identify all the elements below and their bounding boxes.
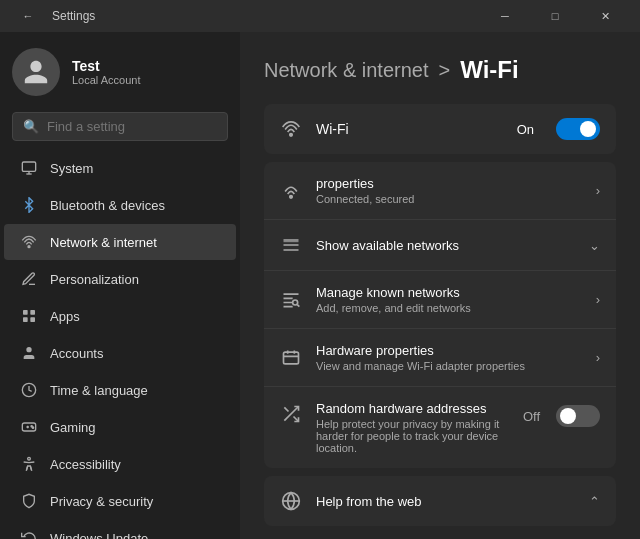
wifi-properties-sub: Connected, secured bbox=[316, 193, 582, 205]
sidebar-item-windows-update[interactable]: Windows Update bbox=[4, 520, 236, 539]
network-icon bbox=[20, 233, 38, 251]
apps-icon bbox=[20, 307, 38, 325]
breadcrumb-separator: > bbox=[439, 59, 451, 82]
sidebar-item-accounts[interactable]: Accounts bbox=[4, 335, 236, 371]
help-label: Help from the web bbox=[316, 494, 422, 509]
show-networks-right: ⌄ bbox=[589, 238, 600, 253]
sidebar-item-accessibility[interactable]: Accessibility bbox=[4, 446, 236, 482]
search-box[interactable]: 🔍 bbox=[12, 112, 228, 141]
chevron-right-icon-3: › bbox=[596, 350, 600, 365]
show-networks-item[interactable]: Show available networks ⌄ bbox=[264, 220, 616, 271]
sidebar-item-personalization[interactable]: Personalization bbox=[4, 261, 236, 297]
maximize-button[interactable]: □ bbox=[532, 0, 578, 32]
svg-rect-6 bbox=[23, 317, 28, 322]
search-input[interactable] bbox=[47, 119, 217, 134]
random-hardware-item[interactable]: Random hardware addresses Help protect y… bbox=[264, 387, 616, 468]
sidebar-item-system-label: System bbox=[50, 161, 93, 176]
minimize-button[interactable]: ─ bbox=[482, 0, 528, 32]
wifi-status: On bbox=[517, 122, 534, 137]
time-icon bbox=[20, 381, 38, 399]
svg-rect-7 bbox=[30, 317, 35, 322]
wifi-toggle-row[interactable]: Wi-Fi On bbox=[264, 104, 616, 154]
svg-point-14 bbox=[32, 427, 33, 428]
hardware-properties-item[interactable]: Hardware properties View and manage Wi-F… bbox=[264, 329, 616, 387]
svg-point-8 bbox=[26, 347, 31, 352]
wifi-toggle[interactable] bbox=[556, 118, 600, 140]
show-networks-title: Show available networks bbox=[316, 238, 575, 253]
sidebar-item-accessibility-label: Accessibility bbox=[50, 457, 121, 472]
bluetooth-icon bbox=[20, 196, 38, 214]
user-type: Local Account bbox=[72, 74, 141, 86]
wifi-label: Wi-Fi bbox=[316, 121, 503, 137]
sidebar-item-apps[interactable]: Apps bbox=[4, 298, 236, 334]
sidebar-item-update-label: Windows Update bbox=[50, 531, 148, 540]
user-profile[interactable]: Test Local Account bbox=[0, 32, 240, 108]
manage-networks-right: › bbox=[596, 292, 600, 307]
help-chevron-icon: ⌃ bbox=[589, 494, 600, 509]
search-icon: 🔍 bbox=[23, 119, 39, 134]
show-networks-text: Show available networks bbox=[316, 238, 575, 253]
back-button[interactable]: ← bbox=[12, 0, 44, 32]
update-icon bbox=[20, 529, 38, 539]
titlebar-left: ← Settings bbox=[12, 0, 95, 32]
svg-point-3 bbox=[28, 246, 30, 248]
chevron-right-icon-2: › bbox=[596, 292, 600, 307]
manage-networks-text: Manage known networks Add, remove, and e… bbox=[316, 285, 582, 314]
svg-point-15 bbox=[28, 457, 31, 460]
titlebar-controls: ─ □ ✕ bbox=[482, 0, 628, 32]
sidebar-item-network[interactable]: Network & internet bbox=[4, 224, 236, 260]
sidebar-item-privacy[interactable]: Privacy & security bbox=[4, 483, 236, 519]
sidebar-item-system[interactable]: System bbox=[4, 150, 236, 186]
svg-point-17 bbox=[290, 195, 293, 198]
sidebar-item-gaming[interactable]: Gaming bbox=[4, 409, 236, 445]
privacy-icon bbox=[20, 492, 38, 510]
svg-rect-4 bbox=[23, 310, 28, 315]
wifi-toggle-card: Wi-Fi On bbox=[264, 104, 616, 154]
wifi-properties-right: › bbox=[596, 183, 600, 198]
manage-networks-sub: Add, remove, and edit networks bbox=[316, 302, 582, 314]
random-right: Off bbox=[523, 405, 600, 427]
accessibility-icon bbox=[20, 455, 38, 473]
chevron-right-icon: › bbox=[596, 183, 600, 198]
manage-networks-icon bbox=[280, 289, 302, 311]
random-toggle[interactable] bbox=[556, 405, 600, 427]
accounts-icon bbox=[20, 344, 38, 362]
help-item[interactable]: Help from the web ⌃ bbox=[264, 476, 616, 526]
sidebar-item-privacy-label: Privacy & security bbox=[50, 494, 153, 509]
svg-rect-28 bbox=[284, 352, 299, 364]
svg-line-34 bbox=[284, 407, 288, 411]
sidebar-item-time-label: Time & language bbox=[50, 383, 148, 398]
random-title: Random hardware addresses bbox=[316, 401, 509, 416]
hardware-text: Hardware properties View and manage Wi-F… bbox=[316, 343, 582, 372]
avatar bbox=[12, 48, 60, 96]
wifi-properties-icon bbox=[280, 180, 302, 202]
manage-networks-item[interactable]: Manage known networks Add, remove, and e… bbox=[264, 271, 616, 329]
titlebar: ← Settings ─ □ ✕ bbox=[0, 0, 640, 32]
user-info: Test Local Account bbox=[72, 58, 141, 86]
breadcrumb-current: Wi-Fi bbox=[460, 56, 518, 84]
svg-line-27 bbox=[297, 304, 299, 306]
sidebar-item-accounts-label: Accounts bbox=[50, 346, 103, 361]
svg-rect-0 bbox=[22, 162, 35, 171]
page-header: Network & internet > Wi-Fi bbox=[264, 56, 616, 84]
hardware-title: Hardware properties bbox=[316, 343, 582, 358]
sidebar-nav: System Bluetooth & devices Network & int… bbox=[0, 149, 240, 539]
sidebar-item-gaming-label: Gaming bbox=[50, 420, 96, 435]
random-toggle-thumb bbox=[560, 408, 576, 424]
close-button[interactable]: ✕ bbox=[582, 0, 628, 32]
sidebar-item-time[interactable]: Time & language bbox=[4, 372, 236, 408]
user-name: Test bbox=[72, 58, 141, 74]
svg-rect-5 bbox=[30, 310, 35, 315]
random-toggle-label: Off bbox=[523, 409, 540, 424]
titlebar-title: Settings bbox=[52, 9, 95, 23]
user-icon bbox=[22, 58, 50, 86]
breadcrumb-parent: Network & internet bbox=[264, 59, 429, 82]
personalization-icon bbox=[20, 270, 38, 288]
wifi-properties-item[interactable]: properties Connected, secured › bbox=[264, 162, 616, 220]
random-sub: Help protect your privacy by making it h… bbox=[316, 418, 509, 454]
wifi-properties-title: properties bbox=[316, 176, 582, 191]
sidebar: Test Local Account 🔍 System Bl bbox=[0, 32, 240, 539]
sidebar-item-bluetooth[interactable]: Bluetooth & devices bbox=[4, 187, 236, 223]
random-icon bbox=[280, 403, 302, 425]
chevron-down-icon: ⌄ bbox=[589, 238, 600, 253]
